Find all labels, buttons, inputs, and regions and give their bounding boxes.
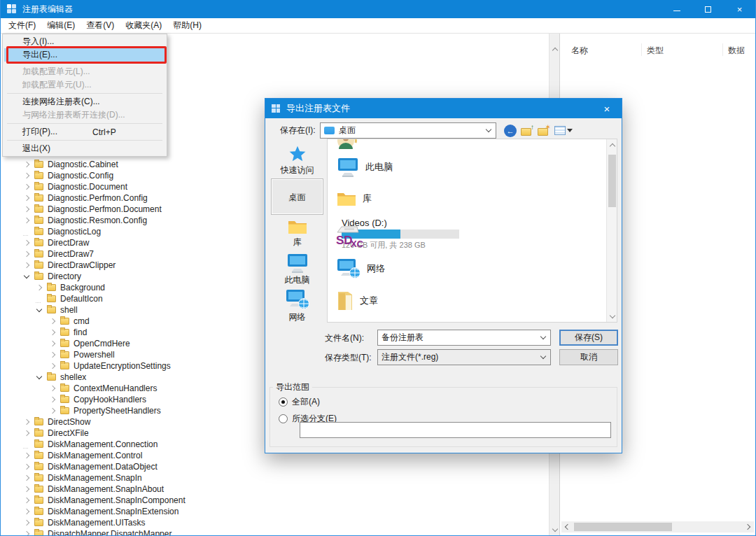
file-menu-item-5[interactable]: 与网络注册表断开连接(D)... (4, 108, 165, 122)
chevron-expanded-icon[interactable] (36, 374, 43, 381)
file-menu-item-7[interactable]: 退出(X) (4, 142, 165, 155)
column-header-name[interactable]: 名称 (571, 45, 588, 57)
chevron-down-icon[interactable] (540, 334, 547, 341)
menubar-item-0[interactable]: 文件(F) (3, 17, 41, 34)
chevron-collapsed-icon[interactable] (23, 418, 30, 425)
file-menu-item-6[interactable]: 打印(P)...Ctrl+P (4, 125, 165, 139)
chevron-collapsed-icon[interactable] (23, 172, 30, 179)
chevron-collapsed-icon[interactable] (23, 486, 30, 493)
sidebar-item-桌面[interactable]: 桌面 (271, 178, 323, 215)
column-header-type[interactable]: 类型 (647, 45, 664, 57)
dialog-close-button[interactable]: × (592, 99, 622, 118)
tree-item-DiskManagement.UITasks[interactable]: DiskManagement.UITasks (1, 517, 549, 528)
chevron-collapsed-icon[interactable] (23, 430, 30, 437)
chevron-collapsed-icon[interactable] (23, 251, 30, 258)
scroll-down-icon[interactable] (607, 311, 617, 322)
tree-item-DiskManagement.DataObject[interactable]: DiskManagement.DataObject (1, 461, 549, 472)
chevron-collapsed-icon[interactable] (23, 508, 30, 515)
new-folder-icon[interactable]: ✶ (538, 125, 550, 136)
chevron-collapsed-icon[interactable] (23, 530, 30, 535)
chevron-collapsed-icon[interactable] (23, 195, 30, 202)
file-list-scrollbar[interactable] (606, 139, 617, 322)
chevron-collapsed-icon[interactable] (36, 284, 43, 291)
tree-item-label: ContextMenuHandlers (74, 383, 157, 393)
folder-icon (34, 251, 43, 258)
chevron-collapsed-icon[interactable] (23, 463, 30, 470)
chevron-collapsed-icon[interactable] (23, 206, 30, 213)
tree-item-DiskManagement.SnapIn[interactable]: DiskManagement.SnapIn (1, 472, 549, 484)
file-item-clipped-user[interactable] (328, 139, 617, 152)
maximize-button[interactable] (692, 0, 724, 18)
chevron-down-icon[interactable] (540, 354, 547, 360)
chevron-collapsed-icon[interactable] (23, 183, 30, 190)
radio-selected-icon[interactable] (279, 397, 288, 407)
back-icon[interactable]: ← (504, 125, 517, 137)
values-scrollbar-thumb[interactable] (574, 523, 672, 531)
scroll-down-icon[interactable] (550, 524, 560, 535)
chevron-collapsed-icon[interactable] (23, 217, 30, 224)
tree-item-DiskManagement.SnapInComponent[interactable]: DiskManagement.SnapInComponent (1, 495, 549, 506)
cancel-button[interactable]: 取消 (559, 349, 618, 365)
file-item-网络[interactable]: 网络 (328, 253, 617, 285)
file-menu-item-1[interactable]: 导出(E)... (4, 48, 165, 62)
chevron-collapsed-icon[interactable] (49, 407, 56, 414)
tree-item-label: shellex (60, 372, 86, 382)
save-in-combobox[interactable]: 桌面 (320, 122, 496, 139)
minimize-button[interactable] (661, 0, 692, 18)
file-item-Videos (D:)[interactable]: SDXCVideos (D:)120 GB 可用, 共 238 GB (328, 215, 617, 253)
chevron-collapsed-icon[interactable] (49, 318, 56, 325)
file-menu-item-0[interactable]: 导入(I)... (4, 35, 165, 48)
view-menu-icon[interactable] (554, 125, 573, 136)
sidebar-item-快速访问[interactable]: 快速访问 (271, 142, 323, 178)
scroll-left-icon[interactable] (561, 521, 573, 533)
chevron-collapsed-icon[interactable] (49, 351, 56, 358)
sidebar-item-网络[interactable]: 网络 (271, 288, 323, 324)
radio-unselected-icon[interactable] (279, 414, 288, 423)
chevron-collapsed-icon[interactable] (49, 362, 56, 369)
sidebar-item-库[interactable]: 库 (271, 215, 323, 251)
tree-item-DispatchMapper.DispatchMapper[interactable]: DispatchMapper.DispatchMapper (1, 528, 549, 535)
filename-input[interactable]: 备份注册表 (377, 330, 551, 346)
file-menu-item-3[interactable]: 卸载配置单元(U)... (4, 78, 165, 92)
export-all-option[interactable]: 全部(A) (279, 396, 320, 408)
scroll-up-icon[interactable] (607, 139, 617, 150)
folder-icon (60, 329, 69, 336)
file-menu-item-4[interactable]: 连接网络注册表(C)... (4, 95, 165, 108)
filetype-combobox[interactable]: 注册文件(*.reg) (377, 349, 551, 365)
menubar-item-2[interactable]: 查看(V) (80, 17, 120, 34)
save-button[interactable]: 保存(S) (559, 330, 618, 346)
close-button[interactable]: × (724, 0, 755, 18)
chevron-collapsed-icon[interactable] (23, 239, 30, 246)
chevron-collapsed-icon[interactable] (23, 452, 30, 459)
file-list-scrollbar-thumb[interactable] (608, 155, 616, 207)
scroll-up-icon[interactable] (550, 43, 560, 55)
tree-item-DiskManagement.SnapInAbout[interactable]: DiskManagement.SnapInAbout (1, 484, 549, 495)
chevron-collapsed-icon[interactable] (23, 262, 30, 269)
chevron-collapsed-icon[interactable] (49, 340, 56, 347)
sidebar-item-此电脑[interactable]: 此电脑 (271, 251, 323, 288)
chevron-expanded-icon[interactable] (23, 273, 30, 280)
chevron-collapsed-icon[interactable] (23, 161, 30, 168)
file-menu-item-2[interactable]: 加载配置单元(L)... (4, 65, 165, 78)
chevron-down-icon[interactable] (486, 127, 492, 134)
scroll-right-icon[interactable] (743, 521, 754, 533)
chevron-expanded-icon[interactable] (36, 306, 43, 313)
menubar-item-3[interactable]: 收藏夹(A) (120, 17, 167, 34)
menubar-item-1[interactable]: 编辑(E) (41, 17, 80, 34)
values-horizontal-scrollbar[interactable] (561, 521, 754, 533)
chevron-collapsed-icon[interactable] (23, 497, 30, 504)
tree-item-DiskManagement.SnapInExtension[interactable]: DiskManagement.SnapInExtension (1, 506, 549, 517)
up-one-level-icon[interactable]: ↑ (521, 125, 533, 136)
network-icon (285, 289, 310, 310)
file-item-此电脑[interactable]: 此电脑 (328, 152, 617, 183)
chevron-collapsed-icon[interactable] (23, 474, 30, 481)
chevron-collapsed-icon[interactable] (49, 385, 56, 392)
chevron-collapsed-icon[interactable] (23, 519, 30, 526)
file-item-文章[interactable]: 文章 (328, 285, 617, 317)
file-item-库[interactable]: 库 (328, 183, 617, 215)
column-header-data[interactable]: 数据 (728, 45, 745, 57)
branch-path-input[interactable] (300, 422, 611, 438)
chevron-collapsed-icon[interactable] (49, 329, 56, 336)
menubar-item-4[interactable]: 帮助(H) (167, 17, 207, 34)
chevron-collapsed-icon[interactable] (49, 396, 56, 403)
